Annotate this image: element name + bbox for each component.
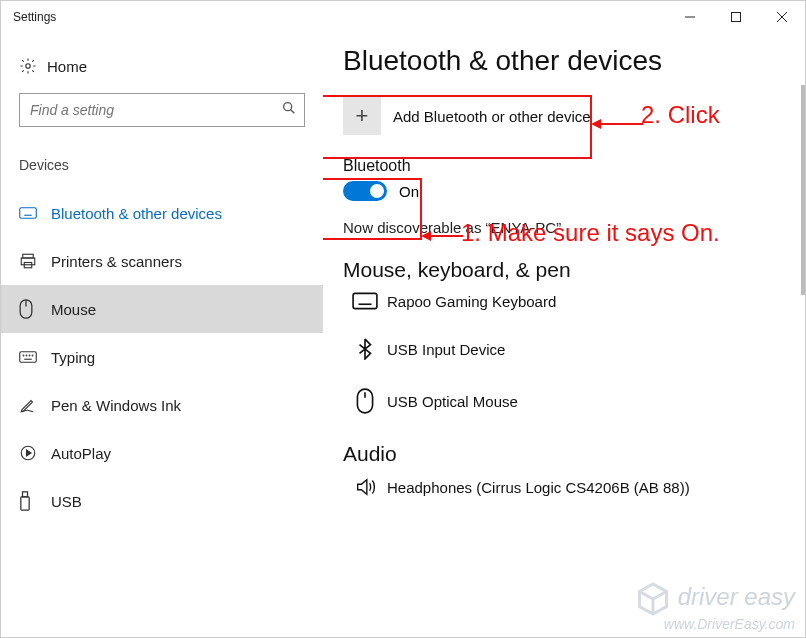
keyboard-icon	[19, 206, 51, 220]
device-item[interactable]: Rapoo Gaming Keyboard	[343, 292, 795, 310]
sidebar-item-label: USB	[51, 493, 82, 510]
svg-point-5	[284, 103, 292, 111]
svg-rect-18	[20, 352, 37, 363]
device-label: Rapoo Gaming Keyboard	[387, 293, 556, 310]
pen-icon	[19, 396, 51, 414]
sidebar-item-label: Pen & Windows Ink	[51, 397, 181, 414]
nav-group-title: Devices	[1, 157, 323, 189]
device-label: Headphones (Cirrus Logic CS4206B (AB 88)…	[387, 479, 690, 496]
speaker-icon	[343, 476, 387, 498]
maximize-button[interactable]	[713, 1, 759, 33]
sidebar-item-label: Printers & scanners	[51, 253, 182, 270]
device-item[interactable]: USB Input Device	[343, 338, 795, 360]
svg-point-21	[29, 355, 30, 356]
mouse-icon	[343, 388, 387, 414]
bluetooth-state: On	[399, 183, 419, 200]
printer-icon	[19, 252, 51, 270]
svg-rect-1	[732, 13, 741, 22]
home-button[interactable]: Home	[1, 49, 323, 93]
svg-marker-25	[27, 450, 32, 456]
device-item[interactable]: USB Optical Mouse	[343, 388, 795, 414]
search-icon	[281, 100, 297, 120]
device-label: USB Optical Mouse	[387, 393, 518, 410]
home-label: Home	[47, 58, 87, 75]
sidebar-item-label: Mouse	[51, 301, 96, 318]
sidebar-item-label: Bluetooth & other devices	[51, 205, 222, 222]
keyboard-icon	[343, 292, 387, 310]
sidebar-item-bluetooth[interactable]: Bluetooth & other devices	[1, 189, 323, 237]
svg-rect-26	[23, 492, 28, 497]
discoverable-status: Now discoverable as “ENYA-PC”	[343, 219, 795, 236]
svg-rect-14	[21, 258, 35, 265]
gear-icon	[19, 57, 47, 75]
minimize-icon	[685, 12, 695, 22]
usb-icon	[19, 491, 51, 511]
svg-rect-27	[21, 497, 29, 510]
svg-rect-28	[353, 293, 377, 308]
annotation-text-2: 2. Click	[641, 101, 720, 129]
device-label: USB Input Device	[387, 341, 505, 358]
close-icon	[777, 12, 787, 22]
sidebar-item-usb[interactable]: USB	[1, 477, 323, 525]
sidebar-item-label: Typing	[51, 349, 95, 366]
sidebar-item-printers[interactable]: Printers & scanners	[1, 237, 323, 285]
plus-icon: +	[343, 97, 381, 135]
add-device-label: Add Bluetooth or other device	[393, 108, 591, 125]
sidebar-item-autoplay[interactable]: AutoPlay	[1, 429, 323, 477]
mouse-icon	[19, 299, 51, 319]
device-item[interactable]: Headphones (Cirrus Logic CS4206B (AB 88)…	[343, 476, 795, 498]
window-title: Settings	[13, 10, 56, 24]
section-audio-title: Audio	[343, 442, 795, 466]
bluetooth-icon	[343, 338, 387, 360]
watermark: driver easy www.DriverEasy.com	[635, 581, 795, 631]
svg-point-4	[26, 64, 31, 69]
svg-point-22	[32, 355, 33, 356]
bluetooth-toggle[interactable]	[343, 181, 387, 201]
bluetooth-label: Bluetooth	[343, 157, 795, 175]
svg-point-20	[26, 355, 27, 356]
svg-point-19	[23, 355, 24, 356]
section-mkp-title: Mouse, keyboard, & pen	[343, 258, 795, 282]
sidebar-item-mouse[interactable]: Mouse	[1, 285, 323, 333]
svg-line-6	[291, 110, 295, 114]
add-device-button[interactable]: + Add Bluetooth or other device	[343, 93, 603, 139]
maximize-icon	[731, 12, 741, 22]
page-title: Bluetooth & other devices	[343, 45, 795, 77]
minimize-button[interactable]	[667, 1, 713, 33]
scrollbar[interactable]	[801, 85, 805, 295]
typing-icon	[19, 350, 51, 364]
autoplay-icon	[19, 444, 51, 462]
search-input[interactable]	[19, 93, 305, 127]
sidebar-item-pen[interactable]: Pen & Windows Ink	[1, 381, 323, 429]
close-button[interactable]	[759, 1, 805, 33]
svg-rect-7	[20, 208, 37, 219]
sidebar-item-label: AutoPlay	[51, 445, 111, 462]
sidebar-item-typing[interactable]: Typing	[1, 333, 323, 381]
